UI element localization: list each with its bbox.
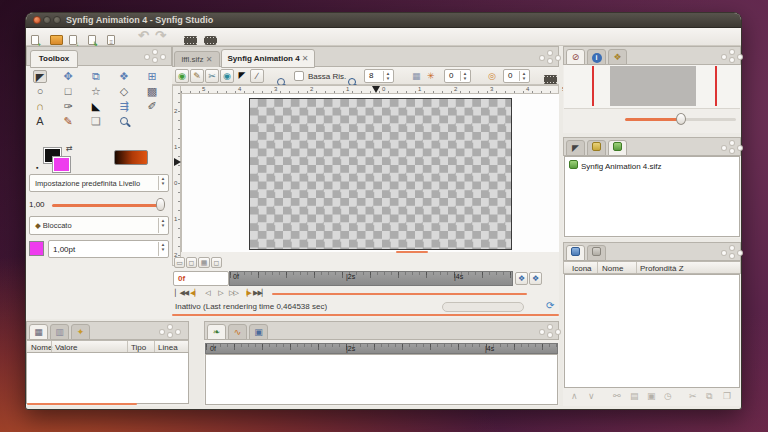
col-nome[interactable]: Nome (602, 264, 623, 273)
ink-tool-icon[interactable]: ◣ (89, 100, 103, 113)
text-tool-icon[interactable]: A (33, 115, 47, 128)
close-button[interactable] (33, 16, 41, 24)
tab-synfig-animation-4[interactable]: Synfig Animation 4 ✕ (221, 49, 315, 68)
history-tab[interactable]: ◤ (566, 140, 585, 156)
seek-end-button[interactable]: ▶▶▏ (253, 289, 266, 297)
tab-lffl[interactable]: lffl.sifz ✕ (174, 51, 220, 68)
opacity-slider-handle[interactable] (156, 198, 165, 211)
default-layer-dropdown[interactable]: Impostazione predefinita Livello ▲▼ (29, 174, 169, 192)
panel-grip[interactable] (722, 55, 726, 59)
keyframes-tab[interactable]: ✦ (71, 324, 90, 340)
panel-grip[interactable] (722, 251, 726, 255)
layers-header[interactable]: Icona Nome Profondità Z (563, 261, 741, 274)
mirror-tool-icon[interactable]: ⧉ (89, 70, 103, 83)
circle-tool-icon[interactable]: ○ (33, 85, 47, 98)
cut-layer-button[interactable]: ✂ (689, 391, 697, 401)
time-cursor-marker[interactable] (372, 86, 380, 93)
layers-list[interactable] (564, 274, 740, 388)
navigator-view[interactable] (564, 65, 740, 109)
children-tab[interactable]: ▥ (50, 324, 69, 340)
copy-layer-button[interactable]: ⧉ (706, 391, 712, 402)
params-list[interactable] (26, 352, 189, 404)
transform-tool-icon[interactable]: ◤ (33, 70, 47, 83)
library-list[interactable]: Synfig Animation 4.sifz (564, 156, 740, 237)
navigator-zoom-handle[interactable] (676, 113, 686, 125)
panel-grip[interactable] (145, 55, 149, 59)
titlebar[interactable]: Synfig Animation 4 - Synfig Studio (26, 13, 741, 28)
new-group-button[interactable]: ▤ (630, 391, 639, 401)
canvas-browser-tab[interactable] (608, 140, 627, 156)
canvas-checkerboard[interactable] (249, 98, 512, 250)
future-keyframe-lock-button[interactable]: ❖ (529, 272, 542, 285)
show-grid-icon[interactable]: ◉ (175, 69, 189, 83)
gradient-swatch[interactable] (114, 150, 148, 165)
grid-icon[interactable]: ▦ (412, 71, 421, 81)
brush-color-swatch[interactable] (29, 241, 44, 256)
refresh-icon[interactable]: ⟳ (546, 300, 554, 311)
assets-tab[interactable] (587, 140, 606, 156)
scale-tool-icon[interactable]: ❖ (117, 70, 131, 83)
zoom-tool-icon[interactable] (117, 115, 131, 128)
panel-grip[interactable] (722, 146, 726, 150)
group-layer-button[interactable]: ⚯ (613, 391, 621, 401)
minimize-button[interactable] (43, 16, 51, 24)
col-icona[interactable]: Icona (572, 264, 592, 273)
preview-eye-icon[interactable]: ◉ (220, 69, 234, 83)
lower-layer-button[interactable]: ∨ (588, 391, 595, 401)
opacity-slider[interactable] (52, 204, 164, 207)
quality-spinner[interactable]: 8▲▼ (364, 69, 394, 83)
rectangle-tool-icon[interactable]: □ (61, 85, 75, 98)
seek-next-keyframe-button[interactable]: ▕▶ (240, 289, 253, 297)
info-tab[interactable]: i (587, 49, 606, 65)
maximize-button[interactable] (53, 16, 61, 24)
seek-begin-button[interactable]: ▏◀◀ (175, 289, 188, 297)
vector-icon[interactable]: ∕ (250, 69, 264, 83)
panel-grip[interactable] (540, 330, 544, 334)
bounds-button[interactable]: ▦ (198, 257, 210, 268)
play-button[interactable]: ▷ (214, 289, 227, 297)
undo-icon[interactable]: ↶ (138, 28, 149, 43)
fill-tool-icon[interactable]: ❏ (89, 115, 103, 128)
draw-tool-icon[interactable]: ✑ (61, 100, 75, 113)
seek-prev-keyframe-button[interactable]: ◀▏ (188, 289, 201, 297)
current-time-field[interactable]: 0f (173, 271, 229, 286)
seek-prev-frame-button[interactable]: ◁ (201, 289, 214, 297)
seek-next-frame-button[interactable]: ▷▷ (227, 289, 240, 297)
polygon-tool-icon[interactable]: ◇ (117, 85, 131, 98)
smooth-move-tool-icon[interactable]: ✥ (61, 70, 75, 83)
timetrack-ruler[interactable]: 0f|2s|4s (205, 343, 558, 354)
blend-method-dropdown[interactable]: ◆ Bloccato ▲▼ (29, 216, 169, 235)
toolbox-tab[interactable]: Toolbox (30, 50, 78, 68)
fill-color-swatch[interactable] (53, 157, 70, 172)
time-layer-button[interactable]: ◷ (664, 391, 672, 401)
past-keyframe-lock-button[interactable]: ❖ (515, 272, 528, 285)
redo-icon[interactable]: ↷ (155, 28, 166, 43)
rotate-tool-icon[interactable]: ⊞ (145, 70, 159, 83)
ghost-tab[interactable] (587, 245, 606, 261)
width-tool-icon[interactable]: ⇶ (117, 100, 131, 113)
col-profondita[interactable]: Profondità Z (640, 264, 684, 273)
swap-colors-icon[interactable]: ⇄ (66, 144, 73, 153)
spline-tool-icon[interactable]: ∩ (33, 100, 47, 113)
palette-tab[interactable]: ❖ (608, 49, 627, 65)
future-onion-spinner[interactable]: 0▲▼ (503, 69, 530, 83)
snap-icon[interactable]: ✳ (427, 71, 435, 81)
paste-layer-button[interactable]: ❐ (723, 391, 731, 401)
brush-size-field[interactable]: 1,00pt ▲▼ (48, 240, 169, 258)
meta-tab[interactable]: ▣ (249, 324, 268, 340)
cancel-tab[interactable]: ⊘ (566, 49, 585, 65)
eyedrop-tool-icon[interactable]: ✐ (145, 100, 159, 113)
col-valore[interactable]: Valore (55, 343, 78, 352)
lock-future-keyframe-button[interactable]: ◻ (186, 257, 197, 268)
onion-skin-icon[interactable]: ◎ (488, 71, 496, 81)
panel-grip[interactable] (540, 56, 544, 60)
col-nome[interactable]: Nome (31, 343, 52, 352)
vertical-ruler[interactable]: 21012 (172, 85, 181, 266)
star-tool-icon[interactable]: ☆ (89, 85, 103, 98)
raise-layer-button[interactable]: ∧ (571, 391, 578, 401)
timetrack-tab[interactable]: ❧ (207, 324, 226, 340)
lock-past-keyframe-button[interactable]: ▭ (174, 257, 185, 268)
panel-grip[interactable] (160, 330, 164, 334)
timebar[interactable]: 0f|2s|4s (229, 271, 513, 286)
canvas-workarea[interactable] (181, 94, 559, 252)
